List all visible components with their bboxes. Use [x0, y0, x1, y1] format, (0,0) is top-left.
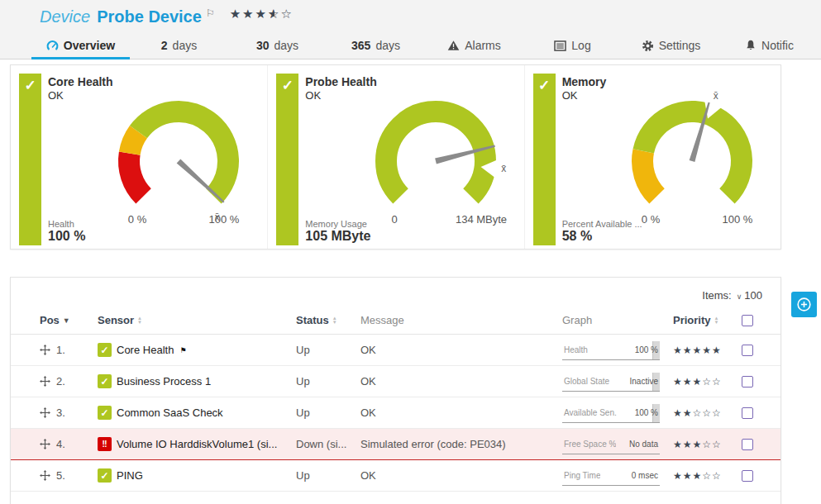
check-icon: ✓	[538, 78, 550, 93]
status-ok-bar: ✓	[533, 74, 556, 245]
mini-graph[interactable]: Global State Inactive	[562, 372, 660, 392]
status-cell: Up	[296, 407, 360, 419]
gauge-panel-memory[interactable]: ✓ Memory OK 0 % 100 % x̄ Percent Availab…	[524, 65, 780, 249]
sensor-link[interactable]: ‼ Volume IO HarddiskVolume1 (si...	[98, 437, 296, 451]
page-title: Probe Device	[97, 7, 202, 26]
svg-text:100 %: 100 %	[209, 213, 240, 226]
sensor-link[interactable]: ✓ Business Process 1	[98, 374, 296, 388]
priority-stars[interactable]: ★★★☆☆	[673, 376, 742, 388]
tab-alarms[interactable]: Alarms	[425, 34, 523, 59]
message-cell: OK	[360, 344, 562, 356]
channel-readout: Percent Available ... 58 %	[562, 219, 642, 244]
status-cell: Up	[296, 375, 360, 388]
position-number: 4.	[56, 438, 65, 450]
gauge-title: Memory	[562, 75, 780, 88]
gauges-overview-card: ✓ Core Health OK 0 % 100 % x̄ Health 100…	[10, 64, 781, 250]
half-star-icon: ☆★	[268, 7, 280, 21]
column-header-pos[interactable]: Pos▼	[40, 314, 98, 326]
sensor-status-icon: ✓	[98, 343, 112, 357]
row-checkbox[interactable]	[742, 345, 753, 356]
add-button[interactable]	[791, 292, 817, 317]
gauge-panel-probe-health[interactable]: ✓ Probe Health OK 0 134 MByte x̄ Memory …	[267, 65, 523, 249]
sensor-status-icon: ✓	[98, 374, 112, 388]
sensor-error-icon: ‼	[98, 437, 112, 451]
position-number: 1.	[56, 344, 65, 356]
row-checkbox[interactable]	[742, 439, 753, 450]
move-handle-icon[interactable]	[40, 407, 50, 418]
breadcrumb: Device	[40, 7, 90, 26]
priority-stars[interactable]: ★★★★★	[673, 345, 742, 356]
tab-log[interactable]: Log	[523, 34, 622, 59]
svg-text:x̄: x̄	[501, 163, 506, 174]
table-header-row: Pos▼ Sensor▲▼ Status▲▼ Message Graph Pri…	[11, 307, 780, 335]
priority-stars[interactable]: ★★★☆☆	[673, 439, 742, 450]
gauge-panel-core-health[interactable]: ✓ Core Health OK 0 % 100 % x̄ Health 100…	[11, 65, 267, 249]
status-cell: Down (si...	[296, 438, 360, 450]
channel-readout: Health 100 %	[48, 219, 85, 244]
svg-text:x̄: x̄	[215, 212, 220, 223]
sensor-link[interactable]: ✓ Common SaaS Check	[98, 406, 296, 420]
chevron-down-icon: ∨	[737, 292, 742, 301]
check-icon: ✓	[282, 78, 294, 93]
svg-text:0 %: 0 %	[642, 213, 661, 226]
row-checkbox[interactable]	[742, 376, 753, 388]
column-header-graph: Graph	[562, 314, 673, 326]
move-handle-icon[interactable]	[40, 345, 50, 355]
gauge-title: Probe Health	[305, 75, 523, 88]
move-handle-icon[interactable]	[40, 376, 50, 387]
sort-icon: ▲▼	[714, 316, 719, 325]
tab-settings[interactable]: Settings	[622, 34, 720, 59]
flag-icon[interactable]: ⚐	[206, 7, 215, 19]
tab-bar: Overview 2 days 30 days 365 days Alarms …	[31, 34, 821, 59]
sensor-link[interactable]: ✓ Core Health ⚑	[98, 343, 296, 357]
mini-graph[interactable]: Free Space % No data	[562, 435, 660, 454]
gauge-icon	[46, 40, 59, 52]
items-selector[interactable]: Items:∨100	[11, 278, 780, 307]
device-priority-rating[interactable]: ★★★☆★☆	[230, 7, 294, 21]
tab-overview[interactable]: Overview	[31, 34, 130, 59]
message-cell: OK	[360, 375, 562, 388]
priority-stars[interactable]: ★★☆☆☆	[673, 407, 742, 419]
row-checkbox[interactable]	[742, 407, 753, 419]
favorite-flag-icon: ⚑	[179, 346, 186, 354]
position-number: 2.	[56, 375, 65, 388]
bell-icon	[745, 40, 757, 51]
top-band: Device Probe Device ⚐ ★★★☆★☆ Overview 2 …	[0, 0, 821, 59]
gauge-title: Core Health	[48, 75, 267, 88]
sort-icon: ▲▼	[332, 316, 337, 325]
status-cell: Up	[296, 344, 360, 356]
column-header-status[interactable]: Status▲▼	[296, 314, 360, 326]
probe-health-gauge: 0 134 MByte x̄	[349, 88, 523, 229]
tab-2-days[interactable]: 2 days	[130, 34, 228, 59]
mini-graph[interactable]: Available Sen. 100 %	[562, 403, 660, 423]
tab-30-days[interactable]: 30 days	[228, 34, 327, 59]
select-all-checkbox[interactable]	[742, 315, 753, 326]
svg-text:0 %: 0 %	[128, 213, 147, 226]
title-bar: Device Probe Device ⚐ ★★★☆★☆	[0, 0, 821, 28]
column-header-priority[interactable]: Priority▲▼	[673, 314, 742, 326]
mini-graph[interactable]: Health 100 %	[562, 340, 660, 360]
svg-text:x̄: x̄	[714, 90, 718, 102]
circle-plus-icon	[795, 296, 813, 313]
sort-desc-icon: ▼	[63, 316, 70, 325]
table-row: 1. ✓ Core Health ⚑ Up OK Health 100 % ★★…	[11, 335, 780, 366]
tab-365-days[interactable]: 365 days	[327, 34, 425, 59]
table-row: 3. ✓ Common SaaS Check Up OK Available S…	[11, 397, 780, 429]
column-header-sensor[interactable]: Sensor▲▼	[98, 314, 296, 326]
mini-graph[interactable]: Ping Time 0 msec	[562, 466, 660, 486]
row-checkbox[interactable]	[742, 470, 753, 482]
tab-notifications[interactable]: Notific	[720, 34, 819, 59]
position-number: 5.	[56, 469, 65, 482]
move-handle-icon[interactable]	[40, 439, 50, 449]
sensor-link[interactable]: ✓ PING	[98, 468, 296, 483]
status-ok-bar: ✓	[276, 74, 298, 245]
message-cell: OK	[360, 407, 562, 419]
sensor-status-icon: ✓	[98, 406, 112, 420]
position-number: 3.	[56, 407, 65, 419]
status-ok-bar: ✓	[19, 74, 41, 245]
priority-stars[interactable]: ★★★☆☆	[673, 470, 742, 482]
memory-gauge: 0 % 100 % x̄	[605, 88, 779, 229]
move-handle-icon[interactable]	[40, 470, 50, 481]
column-header-message: Message	[360, 314, 562, 326]
channel-readout: Memory Usage 105 MByte	[305, 219, 370, 244]
